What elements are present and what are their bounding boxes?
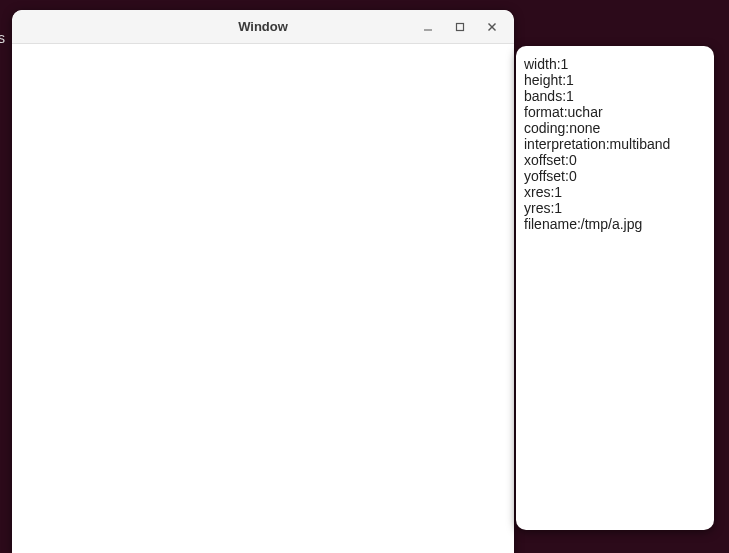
property-value: multiband: [610, 136, 671, 152]
property-row: coding:none: [524, 120, 706, 136]
property-row: yres:1: [524, 200, 706, 216]
property-value: 1: [566, 72, 574, 88]
property-row: yoffset:0: [524, 168, 706, 184]
property-list: width:1height:1bands:1format:ucharcoding…: [524, 56, 706, 232]
close-icon: [487, 22, 497, 32]
maximize-icon: [455, 22, 465, 32]
partial-offscreen-text: s: [0, 30, 5, 46]
property-row: bands:1: [524, 88, 706, 104]
property-key: format: [524, 104, 564, 120]
maximize-button[interactable]: [444, 13, 476, 41]
property-key: yoffset: [524, 168, 565, 184]
window-controls: [412, 10, 508, 43]
window-titlebar: Window: [12, 10, 514, 44]
property-row: width:1: [524, 56, 706, 72]
minimize-icon: [423, 22, 433, 32]
svg-rect-1: [457, 23, 464, 30]
property-value: 1: [566, 88, 574, 104]
property-value: 0: [569, 168, 577, 184]
main-window: Window: [12, 10, 514, 553]
property-key: yres: [524, 200, 550, 216]
property-row: xres:1: [524, 184, 706, 200]
close-button[interactable]: [476, 13, 508, 41]
window-content-area: [12, 44, 514, 553]
property-value: none: [569, 120, 600, 136]
properties-tooltip: width:1height:1bands:1format:ucharcoding…: [516, 46, 714, 530]
property-key: xres: [524, 184, 550, 200]
property-row: xoffset:0: [524, 152, 706, 168]
minimize-button[interactable]: [412, 13, 444, 41]
property-key: filename: [524, 216, 577, 232]
property-value: 1: [554, 200, 562, 216]
property-row: height:1: [524, 72, 706, 88]
property-value: /tmp/a.jpg: [581, 216, 642, 232]
property-value: 1: [561, 56, 569, 72]
property-key: width: [524, 56, 557, 72]
property-key: interpretation: [524, 136, 606, 152]
property-key: bands: [524, 88, 562, 104]
property-key: xoffset: [524, 152, 565, 168]
property-key: height: [524, 72, 562, 88]
property-value: 0: [569, 152, 577, 168]
property-value: 1: [554, 184, 562, 200]
property-key: coding: [524, 120, 565, 136]
property-row: interpretation:multiband: [524, 136, 706, 152]
property-row: format:uchar: [524, 104, 706, 120]
property-value: uchar: [568, 104, 603, 120]
property-row: filename:/tmp/a.jpg: [524, 216, 706, 232]
